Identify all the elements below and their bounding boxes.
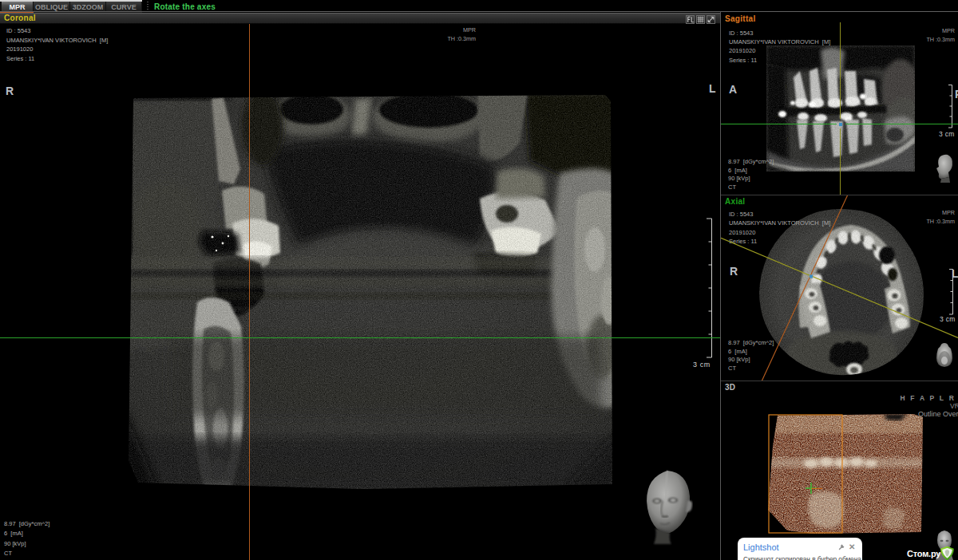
study-date: 20191020 xyxy=(6,45,33,53)
patient-name: UMANSKIY*IVAN VIKTOROVICH [M] xyxy=(6,37,108,44)
study-date: 20191020 xyxy=(729,47,755,54)
modality-label: CT xyxy=(4,550,12,557)
sagittal-crosshair-center[interactable] xyxy=(839,123,842,126)
threed-render-mode: VR xyxy=(950,402,958,410)
grid-icon xyxy=(697,16,704,23)
threed-panel[interactable]: 3D H F A P L R VR Outline Overlay xyxy=(721,381,958,560)
sagittal-panel[interactable]: Sagittal xyxy=(721,12,958,195)
axial-panel[interactable]: Axial xyxy=(721,195,958,381)
sagittal-mode-info: MPRTH :0.3mm xyxy=(926,27,955,45)
sagittal-coronal-crosshair-lower[interactable] xyxy=(840,128,841,195)
wrench-icon[interactable] xyxy=(838,543,845,550)
tab-oblique[interactable]: OBLIQUE xyxy=(34,2,70,11)
axial-crosshair-overlay[interactable] xyxy=(721,195,958,381)
coronal-header: Coronal xyxy=(0,13,720,24)
patient-id: ID : 5543 xyxy=(729,30,753,37)
series-number: Series : 11 xyxy=(6,55,34,62)
close-icon[interactable]: ✕ xyxy=(849,542,855,551)
coronal-mode-info: MPRTH :0.3mm xyxy=(447,26,476,44)
modality-label: CT xyxy=(728,183,736,191)
coronal-head-orientation-icon xyxy=(641,469,695,549)
sagittal-title: Sagittal xyxy=(725,14,756,23)
watermark-text: Стом.ру xyxy=(907,549,940,558)
coronal-title: Coronal xyxy=(4,14,36,22)
expand-button[interactable] xyxy=(707,15,715,24)
series-number: Series : 11 xyxy=(729,57,757,64)
lightshot-popup[interactable]: Lightshot ✕ Скриншот скопирован в буфер … xyxy=(738,538,862,560)
fl-button[interactable] xyxy=(686,15,695,24)
sagittal-left-marker: A xyxy=(729,83,737,96)
dose-kvp: 90 [kVp] xyxy=(728,175,750,182)
lightshot-message: Скриншот скопирован в буфер обмена xyxy=(743,555,861,560)
application-window: MPR OBLIQUE 3DZOOM CURVE Rotate the axes… xyxy=(0,0,958,560)
coronal-scale-bar xyxy=(705,218,713,363)
coronal-viewport[interactable]: ID : 5543UMANSKIY*IVAN VIKTOROVICH [M]20… xyxy=(0,24,720,560)
tab-3dzoom[interactable]: 3DZOOM xyxy=(70,2,106,11)
patient-id: ID : 5543 xyxy=(6,27,30,34)
patient-name: UMANSKIY*IVAN VIKTOROVICH [M] xyxy=(729,38,830,45)
dose-dap: 8.97 [dGy*cm^2] xyxy=(4,520,49,527)
threed-orientation-letters[interactable]: H F A P L R xyxy=(900,394,956,402)
lightshot-title: Lightshot xyxy=(743,542,779,552)
hint-separator xyxy=(147,2,148,11)
expand-icon xyxy=(707,16,715,23)
sagittal-right-marker: P xyxy=(955,88,958,101)
sagittal-head-orientation-icon xyxy=(935,154,954,183)
sagittal-axial-crosshair-right[interactable] xyxy=(845,124,958,124)
sagittal-patient-info: ID : 5543UMANSKIY*IVAN VIKTOROVICH [M]20… xyxy=(729,29,830,65)
thickness-label: TH :0.3mm xyxy=(926,36,955,43)
thickness-label: TH :0.3mm xyxy=(447,35,476,42)
dose-kvp: 90 [kVp] xyxy=(4,540,26,547)
mode-label: MPR xyxy=(463,26,476,34)
coronal-left-marker: R xyxy=(6,85,14,97)
coronal-right-marker: L xyxy=(709,82,716,95)
coronal-ct-image xyxy=(122,93,619,491)
coronal-sagittal-crosshair[interactable] xyxy=(249,24,250,560)
tab-curve[interactable]: CURVE xyxy=(106,2,142,11)
sagittal-dose-info: 8.97 [dGy*cm^2]6 [mA]90 [kVp]CT xyxy=(728,158,774,192)
coronal-axial-crosshair[interactable] xyxy=(0,337,720,338)
sagittal-scale-bar xyxy=(947,85,953,128)
coronal-patient-info: ID : 5543UMANSKIY*IVAN VIKTOROVICH [M]20… xyxy=(6,26,108,64)
coronal-scale-label: 3 cm xyxy=(693,361,711,369)
dose-dap: 8.97 [dGy*cm^2] xyxy=(728,158,774,165)
sagittal-coronal-crosshair[interactable] xyxy=(840,22,841,119)
sagittal-axial-crosshair[interactable] xyxy=(721,124,837,124)
threed-overlay-label[interactable]: Outline Overlay xyxy=(918,410,958,418)
coronal-dose-info: 8.97 [dGy*cm^2]6 [mA]90 [kVp]CT xyxy=(4,519,49,559)
mode-label: MPR xyxy=(942,27,955,34)
sagittal-scale-label: 3 cm xyxy=(939,130,955,138)
threed-title: 3D xyxy=(725,383,735,392)
dose-ma: 6 [mA] xyxy=(728,167,747,174)
fl-icon xyxy=(687,16,694,23)
watermark-shield-logo xyxy=(939,546,956,560)
rotate-axes-hint: Rotate the axes xyxy=(154,2,216,11)
dose-ma: 6 [mA] xyxy=(4,530,23,537)
tab-mpr[interactable]: MPR xyxy=(2,2,34,11)
grid-layout-button[interactable] xyxy=(696,15,705,24)
threed-volume-render xyxy=(765,414,923,535)
